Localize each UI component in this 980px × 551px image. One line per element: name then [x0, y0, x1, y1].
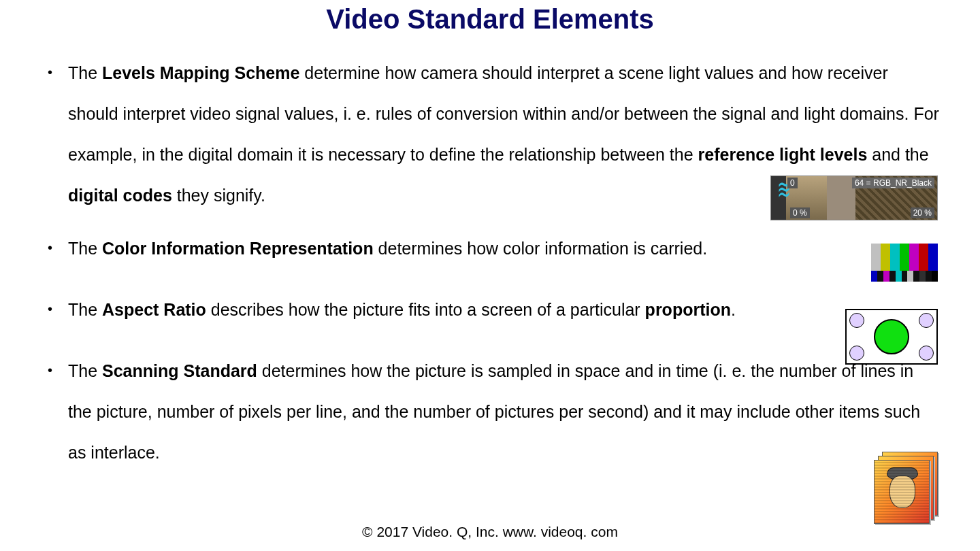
label-zero: 0 [787, 178, 798, 188]
levels-mapping-figure: ≋ 0 0 % 64 = RGB_NR_Black 20 % [770, 176, 938, 220]
color-bar-segment [919, 271, 926, 282]
text: determines how color information is carr… [374, 239, 707, 258]
color-bar-segment [919, 244, 928, 271]
corner-circle-icon [919, 313, 934, 328]
color-bar-segment [900, 244, 909, 271]
color-bar-segment [932, 271, 938, 282]
bold-term: Scanning Standard [102, 361, 257, 380]
color-bar-segment [909, 244, 919, 271]
text: describes how the picture fits into a sc… [206, 300, 645, 319]
bold-term: Aspect Ratio [102, 300, 206, 319]
text: and the [867, 145, 928, 164]
bold-term: digital codes [68, 186, 172, 205]
bold-term: Levels Mapping Scheme [102, 63, 299, 82]
bullet-scanning-standard: The Scanning Standard determines how the… [41, 350, 939, 473]
color-bar-segment [881, 244, 890, 271]
color-bar-segment [889, 271, 896, 282]
hat-icon [887, 467, 918, 481]
color-bar-segment [890, 244, 900, 271]
waveform-icon: ≋ [777, 180, 789, 198]
color-bar-segment [871, 244, 881, 271]
corner-circle-icon [849, 346, 864, 361]
bold-term: proportion [645, 300, 731, 319]
color-bar-segment [928, 244, 938, 271]
bold-term: Color Information Representation [102, 239, 374, 258]
corner-circle-icon [919, 346, 934, 361]
bullet-color-representation: The Color Information Representation det… [41, 228, 939, 269]
label-20pct: 20 % [911, 207, 934, 218]
scanning-standard-figure [874, 452, 938, 522]
color-bar-segment [926, 271, 932, 282]
text: The [68, 63, 102, 82]
text: they signify. [172, 186, 265, 205]
label-64-black: 64 = RGB_NR_Black [852, 178, 934, 188]
label-0pct: 0 % [790, 207, 810, 218]
bullet-aspect-ratio: The Aspect Ratio describes how the pictu… [41, 289, 939, 330]
color-bar-segment [907, 271, 913, 282]
color-bars-top [871, 244, 938, 271]
color-bar-segment [883, 271, 889, 282]
color-bars-bottom [871, 271, 938, 282]
color-bar-segment [902, 271, 908, 282]
text: . [731, 300, 736, 319]
color-bar-segment [877, 271, 883, 282]
center-circle-icon [874, 319, 909, 354]
slide: Video Standard Elements The Levels Mappi… [0, 0, 980, 551]
bullet-list: The Levels Mapping Scheme determine how … [41, 52, 939, 473]
text: The [68, 361, 102, 380]
color-bar-segment [871, 271, 877, 282]
color-bar-segment [896, 271, 902, 282]
text: The [68, 239, 102, 258]
corner-circle-icon [849, 313, 864, 328]
slide-title: Video Standard Elements [41, 4, 939, 35]
aspect-ratio-figure [845, 309, 938, 365]
face-icon [889, 475, 915, 508]
color-bars-figure [871, 244, 938, 282]
color-bar-segment [913, 271, 919, 282]
stacked-frame [874, 460, 930, 524]
text: The [68, 300, 102, 319]
bold-term: reference light levels [698, 145, 868, 164]
footer-copyright: © 2017 Video. Q, Inc. www. videoq. com [0, 524, 980, 540]
